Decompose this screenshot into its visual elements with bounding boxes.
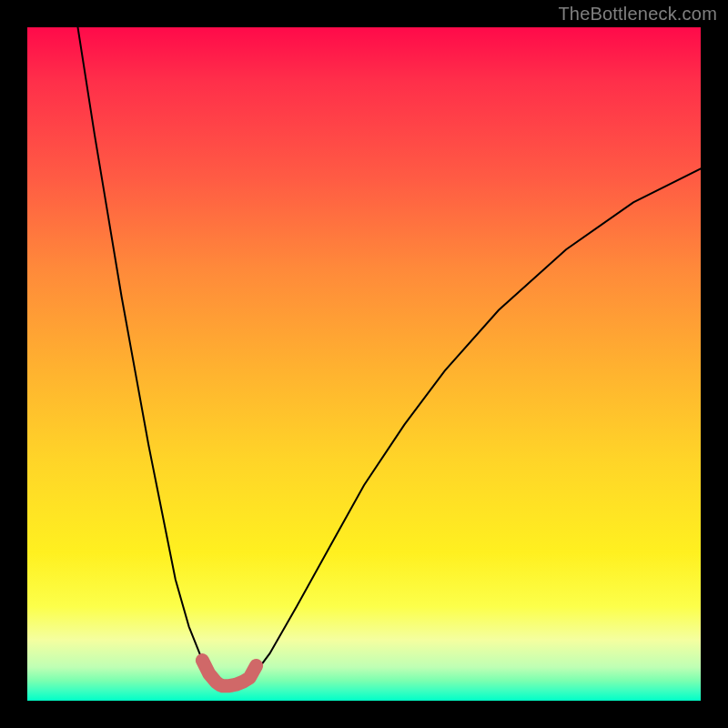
watermark-text: TheBottleneck.com (558, 4, 717, 25)
curve-left-path (78, 27, 217, 681)
valley-highlight-path (202, 661, 256, 686)
chart-frame: TheBottleneck.com (0, 0, 728, 728)
curve-layer (27, 27, 701, 701)
plot-area (27, 27, 701, 701)
curve-right-path (249, 168, 701, 680)
